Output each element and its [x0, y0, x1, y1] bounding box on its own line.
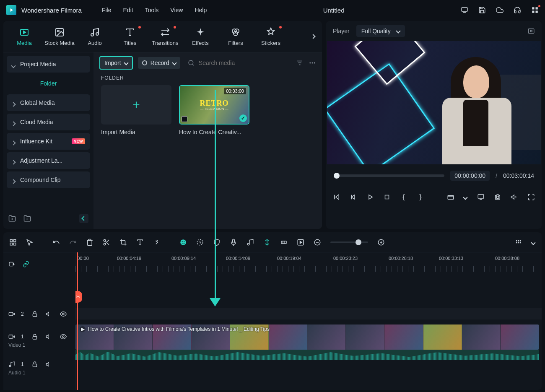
- timecode-total: 00:03:00:14: [503, 172, 534, 179]
- stop-icon[interactable]: [383, 193, 391, 201]
- menu-edit[interactable]: Edit: [123, 7, 133, 13]
- lock-icon[interactable]: [31, 333, 38, 340]
- keyframe-icon[interactable]: [280, 239, 288, 246]
- tab-audio[interactable]: Audio: [77, 22, 112, 51]
- sidebar-project-media[interactable]: Project Media: [7, 56, 90, 73]
- svg-point-31: [184, 241, 184, 242]
- split-icon[interactable]: [103, 239, 110, 246]
- lock-icon[interactable]: [31, 311, 38, 317]
- sidebar-adjustment-layer[interactable]: Adjustment La...: [7, 152, 90, 169]
- zoom-out-icon[interactable]: [314, 239, 321, 246]
- sidebar-collapse-button[interactable]: [79, 214, 88, 223]
- display-icon[interactable]: [477, 193, 485, 201]
- tab-effects[interactable]: Effects: [183, 22, 218, 51]
- playhead[interactable]: ✂: [77, 252, 78, 390]
- audio-track-1[interactable]: [75, 365, 542, 377]
- play-icon[interactable]: [366, 193, 374, 201]
- select-tool-icon[interactable]: [26, 239, 34, 246]
- sidebar-compound-clip[interactable]: Compound Clip: [7, 171, 90, 188]
- delete-icon[interactable]: [86, 239, 93, 246]
- sidebar-folder[interactable]: Folder: [7, 75, 90, 92]
- preview-viewport[interactable]: [327, 41, 541, 164]
- tabs-next-button[interactable]: [308, 31, 319, 42]
- eye-icon[interactable]: [60, 333, 67, 340]
- chevron-down-icon[interactable]: [464, 193, 468, 201]
- mute-icon[interactable]: [46, 311, 52, 317]
- video-clip[interactable]: ▶How to Create Creative Intros with Film…: [75, 325, 539, 350]
- audio-waveform[interactable]: [75, 350, 539, 360]
- video-track-2[interactable]: [75, 308, 542, 319]
- tab-transitions[interactable]: Transitions: [148, 22, 183, 51]
- import-button[interactable]: Import: [99, 56, 133, 70]
- timeline-tracks[interactable]: 00:00 00:00:04:19 00:00:09:14 00:00:14:0…: [75, 252, 542, 390]
- tab-stock-media[interactable]: Stock Media: [42, 22, 77, 51]
- volume-icon[interactable]: [511, 193, 518, 201]
- render-icon[interactable]: [297, 239, 304, 246]
- eye-icon[interactable]: [60, 311, 67, 317]
- cloud-icon[interactable]: [496, 6, 503, 14]
- dock-icon[interactable]: [447, 193, 454, 201]
- display-icon[interactable]: [461, 6, 468, 14]
- menu-file[interactable]: File: [102, 7, 112, 13]
- options-chevron-icon[interactable]: [532, 239, 536, 246]
- mic-icon[interactable]: [230, 239, 237, 246]
- music-icon[interactable]: [247, 239, 254, 246]
- mute-icon[interactable]: [46, 333, 52, 340]
- marker-icon[interactable]: [263, 239, 271, 246]
- record-button[interactable]: Record: [138, 57, 180, 69]
- new-folder-icon[interactable]: [8, 215, 16, 222]
- support-icon[interactable]: [514, 6, 521, 14]
- search-input[interactable]: [199, 60, 257, 66]
- tab-stickers[interactable]: Stickers: [253, 22, 288, 51]
- apps-icon[interactable]: [531, 6, 539, 14]
- undo-icon[interactable]: [52, 239, 60, 246]
- mark-out-icon[interactable]: }: [417, 193, 424, 201]
- filter-icon[interactable]: [296, 59, 304, 67]
- fullscreen-icon[interactable]: [527, 193, 535, 201]
- menu-view[interactable]: View: [170, 7, 183, 13]
- ai-icon[interactable]: [179, 239, 187, 246]
- delete-folder-icon[interactable]: [23, 215, 31, 222]
- capture-icon[interactable]: [494, 193, 501, 201]
- shield-icon[interactable]: [213, 239, 221, 246]
- seek-bar[interactable]: [334, 174, 444, 177]
- sidebar-cloud-media[interactable]: Cloud Media: [7, 114, 90, 130]
- mark-in-icon[interactable]: {: [400, 193, 407, 201]
- sidebar-global-media[interactable]: Global Media: [7, 94, 90, 111]
- lock-icon[interactable]: [31, 361, 38, 368]
- zoom-in-icon[interactable]: [377, 239, 385, 246]
- save-icon[interactable]: [478, 6, 486, 14]
- zoom-slider[interactable]: [330, 241, 368, 243]
- import-media-cell[interactable]: + Import Media: [101, 85, 171, 135]
- link-icon[interactable]: [23, 261, 29, 267]
- track-headers: 2 1 Video 1 1 Audio 1: [3, 252, 75, 390]
- add-track-icon[interactable]: [8, 261, 15, 267]
- quality-select[interactable]: Full Quality: [356, 25, 405, 37]
- tab-media[interactable]: Media: [7, 22, 42, 51]
- text-icon[interactable]: [136, 239, 144, 246]
- track-options-icon[interactable]: [515, 239, 522, 246]
- media-clip-cell[interactable]: RETRO— TELEVISION — 00:03:00 ✓ How to Cr…: [179, 85, 249, 135]
- track-header-video1[interactable]: 1: [3, 330, 75, 343]
- templates-icon[interactable]: [9, 239, 17, 246]
- tab-filters[interactable]: Filters: [218, 22, 253, 51]
- svg-point-15: [312, 62, 313, 64]
- track-header-audio1[interactable]: 1: [3, 358, 75, 371]
- snapshot-icon[interactable]: [527, 27, 535, 35]
- sidebar-influence-kit[interactable]: Influence KitNEW: [7, 133, 90, 150]
- redo-icon[interactable]: [69, 239, 77, 246]
- time-ruler[interactable]: 00:00 00:00:04:19 00:00:09:14 00:00:14:0…: [75, 252, 542, 276]
- timeline-panel: 2 1 Video 1 1 Audio 1 00:: [3, 232, 542, 390]
- speed-icon[interactable]: [196, 239, 204, 246]
- svg-point-34: [247, 243, 249, 245]
- step-back-icon[interactable]: [350, 193, 357, 201]
- more-tools-icon[interactable]: [153, 239, 161, 246]
- menu-help[interactable]: Help: [195, 7, 207, 13]
- track-header-video2[interactable]: 2: [3, 308, 75, 320]
- tab-titles[interactable]: Titles: [112, 22, 148, 51]
- more-icon[interactable]: [309, 59, 316, 67]
- prev-frame-icon[interactable]: [333, 193, 340, 201]
- mute-icon[interactable]: [46, 361, 52, 368]
- menu-tools[interactable]: Tools: [145, 7, 159, 13]
- crop-icon[interactable]: [119, 239, 127, 246]
